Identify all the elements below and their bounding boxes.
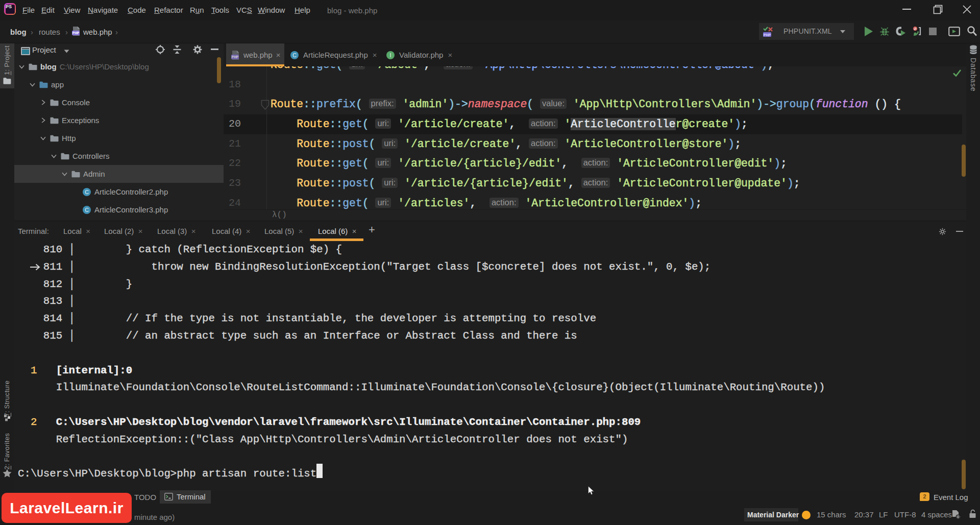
svg-text:PHP: PHP: [232, 55, 239, 59]
svg-text:Ø: Ø: [914, 27, 916, 31]
svg-text:I: I: [390, 52, 391, 58]
svg-text:C: C: [292, 52, 297, 58]
svg-text:C: C: [85, 207, 89, 213]
svg-text:PHP: PHP: [72, 31, 80, 35]
svg-text:PHP: PHP: [764, 33, 771, 37]
svg-text:C: C: [85, 189, 89, 195]
